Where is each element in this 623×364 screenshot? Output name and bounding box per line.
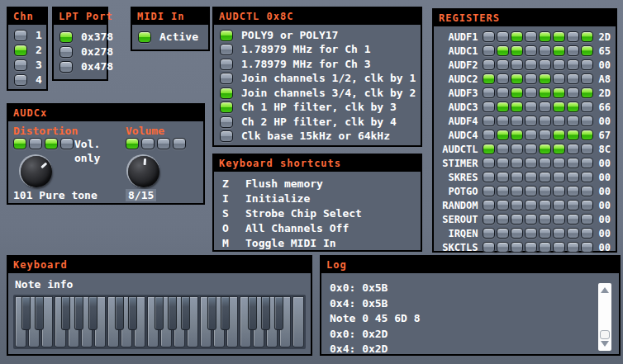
chn-checkbox-3[interactable]: [14, 59, 27, 71]
volume-bit[interactable]: [157, 138, 170, 149]
register-bit: [581, 116, 593, 126]
volume-knob[interactable]: [128, 156, 159, 187]
register-bit: [553, 158, 565, 168]
option-row-poly9-or-poly17: POLY9 or POLY17: [214, 28, 421, 43]
volume-value: 8/15: [126, 189, 156, 201]
volume-bit[interactable]: [141, 138, 155, 149]
piano-black-key[interactable]: [115, 296, 124, 330]
register-bit: [581, 172, 593, 182]
midi-in-options: Active: [132, 25, 208, 45]
lpt_port-checkbox-0x478[interactable]: [59, 61, 73, 73]
register-value: 8C: [599, 144, 611, 155]
piano-black-key[interactable]: [261, 296, 270, 330]
shortcut-key: S: [222, 207, 235, 220]
register-value: 00: [599, 172, 611, 183]
piano-black-key[interactable]: [168, 296, 177, 330]
register-bit: [497, 172, 509, 182]
panel-chn: Chn 1234: [7, 7, 48, 91]
option-label: 3: [36, 59, 42, 71]
audctl-checkbox-1-78979-mhz-for-ch-1[interactable]: [220, 44, 233, 55]
register-bit: [483, 228, 495, 239]
chn-checkbox-2[interactable]: [14, 45, 27, 56]
piano-black-key[interactable]: [61, 296, 70, 330]
distortion-bit[interactable]: [13, 138, 26, 149]
piano-white-key[interactable]: [292, 296, 304, 347]
distortion-bit[interactable]: [45, 138, 58, 149]
log-line: Note 0 45 6D 8: [330, 312, 591, 328]
register-bit: [497, 73, 509, 84]
register-bit: [581, 144, 593, 154]
audctl-checkbox-join-channels-1-2-clk-by-1[interactable]: [220, 73, 233, 84]
panel-keyboard-titlebar: Keyboard: [8, 257, 311, 273]
register-bits: [483, 130, 595, 140]
panel-midi-in-title: MIDI In: [137, 11, 185, 22]
distortion-bit[interactable]: [60, 138, 74, 149]
register-bit: [581, 31, 593, 42]
piano-black-key[interactable]: [181, 296, 190, 330]
piano-black-key[interactable]: [74, 296, 83, 330]
midi_in-checkbox-active[interactable]: [138, 31, 151, 43]
piano-black-key[interactable]: [35, 296, 44, 330]
register-bit: [539, 102, 551, 112]
piano-black-key[interactable]: [155, 296, 164, 330]
register-bit: [497, 31, 509, 42]
register-bit: [483, 116, 495, 126]
register-bits: [483, 144, 595, 154]
piano-keyboard: [13, 295, 306, 349]
audctl-checkbox-poly9-or-poly17[interactable]: [220, 30, 233, 41]
scrollbar-thumb[interactable]: [600, 330, 610, 339]
chn-checkbox-1[interactable]: [14, 30, 27, 41]
scroll-down-icon[interactable]: [601, 341, 609, 347]
lpt_port-checkbox-0x278[interactable]: [59, 46, 73, 58]
piano-black-key[interactable]: [248, 296, 257, 330]
register-value: 00: [599, 214, 611, 225]
distortion-bit[interactable]: [29, 138, 42, 149]
register-bit: [483, 87, 495, 98]
register-bit: [567, 116, 579, 126]
panel-audctl-titlebar: AUDCTL 0x8C: [214, 8, 421, 25]
register-name: IRQEN: [439, 228, 478, 239]
piano-black-key[interactable]: [221, 296, 230, 330]
shortcut-action: Strobe Chip Select: [245, 207, 362, 220]
option-label: Ch 1 HP filter, clk by 3: [241, 102, 397, 113]
register-bit: [539, 59, 551, 70]
register-bit: [581, 228, 593, 239]
register-row-potgo: POTGO00: [434, 184, 616, 198]
piano-black-key[interactable]: [274, 296, 283, 330]
option-label: 1.78979 MHz for Ch 1: [241, 44, 371, 55]
register-name: AUDF4: [439, 116, 478, 127]
option-row-ch-1-hp-filter-clk-by-3: Ch 1 HP filter, clk by 3: [214, 101, 421, 116]
audctl-checkbox-clk-base-15khz-or-64khz[interactable]: [220, 130, 233, 142]
register-bit: [539, 242, 551, 253]
audctl-checkbox-1-78979-mhz-for-ch-3[interactable]: [220, 59, 233, 70]
volume-bit[interactable]: [126, 138, 139, 149]
panel-log: Log 0x0: 0x5B0x4: 0x5BNote 0 45 6D 80x0:…: [320, 255, 621, 356]
register-bits: [483, 87, 595, 98]
log-scrollbar[interactable]: [598, 283, 611, 351]
distortion-knob[interactable]: [21, 156, 52, 187]
register-bits: [483, 158, 595, 168]
piano-black-key[interactable]: [88, 296, 97, 330]
audctl-checkbox-ch-1-hp-filter-clk-by-3[interactable]: [220, 102, 233, 113]
register-bit: [511, 116, 523, 126]
piano-black-key[interactable]: [207, 296, 216, 330]
register-bit: [525, 116, 537, 126]
audctl-checkbox-ch-2-hp-filter-clk-by-4[interactable]: [220, 116, 233, 128]
volume-bit[interactable]: [173, 138, 186, 149]
piano-black-key[interactable]: [21, 296, 31, 330]
register-bit: [497, 242, 509, 253]
piano-black-key[interactable]: [128, 296, 137, 330]
audctl-checkbox-join-channels-3-4-clk-by-2[interactable]: [220, 87, 233, 99]
register-bit: [553, 214, 565, 225]
register-bit: [483, 186, 495, 196]
register-bit: [567, 158, 579, 168]
register-bit: [525, 73, 537, 84]
register-bits: [483, 214, 595, 225]
scroll-up-icon[interactable]: [601, 287, 609, 293]
chn-checkbox-4[interactable]: [14, 74, 27, 86]
option-label: 0x478: [81, 61, 113, 73]
lpt_port-checkbox-0x378[interactable]: [59, 31, 73, 43]
register-bit: [511, 200, 523, 210]
register-bit: [567, 73, 579, 84]
option-label: 4: [36, 74, 42, 86]
